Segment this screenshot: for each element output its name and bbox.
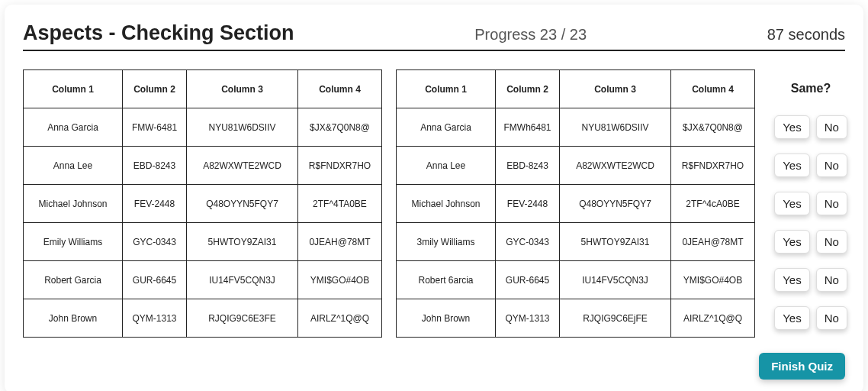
table-cell: Q48OYYN5FQY7 xyxy=(560,185,671,223)
table-cell: R$FNDXR7HO xyxy=(298,147,382,185)
finish-quiz-button[interactable]: Finish Quiz xyxy=(759,353,845,380)
table-row: Anna GarciaFMWh6481NYU81W6DSIIV$JX&7Q0N8… xyxy=(397,108,755,147)
table-cell: Robert Garcia xyxy=(24,261,123,299)
timer-text: 87 seconds xyxy=(767,26,845,44)
left-table: Column 1 Column 2 Column 3 Column 4 Anna… xyxy=(23,69,382,338)
column-header: Column 2 xyxy=(496,70,560,108)
table-cell: Anna Lee xyxy=(397,147,496,185)
yes-button[interactable]: Yes xyxy=(774,115,809,139)
answer-row: YesNo xyxy=(774,260,847,299)
column-header: Column 4 xyxy=(671,70,755,108)
table-cell: FMW-6481 xyxy=(123,108,187,147)
answer-row: YesNo xyxy=(774,184,847,222)
table-header-row: Column 1 Column 2 Column 3 Column 4 xyxy=(24,70,382,108)
answers-column: Same? YesNoYesNoYesNoYesNoYesNoYesNo xyxy=(769,69,853,337)
table-cell: R$FNDXR7HO xyxy=(671,147,755,185)
no-button[interactable]: No xyxy=(816,115,847,139)
table-cell: 3mily Williams xyxy=(397,223,496,261)
table-cell: A82WXWTE2WCD xyxy=(187,147,298,185)
column-header: Column 4 xyxy=(298,70,382,108)
table-cell: NYU81W6DSIIV xyxy=(560,108,671,147)
table-header-row: Column 1 Column 2 Column 3 Column 4 xyxy=(397,70,755,108)
table-cell: YMI$GO#4OB xyxy=(671,261,755,299)
table-cell: John Brown xyxy=(24,299,123,338)
yes-button[interactable]: Yes xyxy=(774,230,809,254)
table-cell: QYM-1313 xyxy=(123,299,187,338)
progress-text: Progress 23 / 23 xyxy=(294,26,767,44)
column-header: Column 2 xyxy=(123,70,187,108)
table-cell: RJQIG9C6EjFE xyxy=(560,299,671,338)
yes-button[interactable]: Yes xyxy=(774,153,809,177)
column-header: Column 1 xyxy=(397,70,496,108)
table-cell: FMWh6481 xyxy=(496,108,560,147)
left-table-head: Column 1 Column 2 Column 3 Column 4 xyxy=(24,70,382,108)
table-cell: John Brown xyxy=(397,299,496,338)
table-cell: GUR-6645 xyxy=(123,261,187,299)
table-row: Anna GarciaFMW-6481NYU81W6DSIIV$JX&7Q0N8… xyxy=(24,108,382,147)
table-cell: $JX&7Q0N8@ xyxy=(298,108,382,147)
table-cell: GYC-0343 xyxy=(123,223,187,261)
quiz-card: Aspects - Checking Section Progress 23 /… xyxy=(5,5,863,391)
header-bar: Aspects - Checking Section Progress 23 /… xyxy=(23,21,845,51)
table-cell: RJQIG9C6E3FE xyxy=(187,299,298,338)
table-cell: Michael Johnson xyxy=(397,185,496,223)
right-table: Column 1 Column 2 Column 3 Column 4 Anna… xyxy=(396,69,755,338)
table-cell: Michael Johnson xyxy=(24,185,123,223)
table-cell: FEV-2448 xyxy=(123,185,187,223)
table-cell: 2TF^4cA0BE xyxy=(671,185,755,223)
table-cell: $JX&7Q0N8@ xyxy=(671,108,755,147)
table-row: Robert GarciaGUR-6645IU14FV5CQN3JYMI$GO#… xyxy=(24,261,382,299)
table-cell: Q48OYYN5FQY7 xyxy=(187,185,298,223)
table-cell: AIRLZ^1Q@Q xyxy=(298,299,382,338)
table-cell: 2TF^4TA0BE xyxy=(298,185,382,223)
yes-button[interactable]: Yes xyxy=(774,192,809,215)
no-button[interactable]: No xyxy=(816,306,847,330)
yes-button[interactable]: Yes xyxy=(774,268,809,292)
table-cell: AIRLZ^1Q@Q xyxy=(671,299,755,338)
table-cell: Emily Williams xyxy=(24,223,123,261)
table-row: Michael JohnsonFEV-2448Q48OYYN5FQY72TF^4… xyxy=(397,185,755,223)
no-button[interactable]: No xyxy=(816,192,847,215)
table-cell: Anna Garcia xyxy=(397,108,496,147)
table-row: 3mily WilliamsGYC-03435HWTOY9ZAI310JEAH@… xyxy=(397,223,755,261)
table-cell: EBD-8z43 xyxy=(496,147,560,185)
answer-row: YesNo xyxy=(774,222,847,260)
table-row: Anna LeeEBD-8z43A82WXWTE2WCDR$FNDXR7HO xyxy=(397,147,755,185)
table-cell: Robert 6arcia xyxy=(397,261,496,299)
table-cell: A82WXWTE2WCD xyxy=(560,147,671,185)
no-button[interactable]: No xyxy=(816,268,847,292)
table-cell: EBD-8243 xyxy=(123,147,187,185)
no-button[interactable]: No xyxy=(816,153,847,177)
table-cell: Anna Garcia xyxy=(24,108,123,147)
yes-button[interactable]: Yes xyxy=(774,306,809,330)
answer-row: YesNo xyxy=(774,299,847,337)
table-row: Emily WilliamsGYC-03435HWTOY9ZAI310JEAH@… xyxy=(24,223,382,261)
table-cell: IU14FV5CQN3J xyxy=(187,261,298,299)
left-table-body: Anna GarciaFMW-6481NYU81W6DSIIV$JX&7Q0N8… xyxy=(24,108,382,338)
column-header: Column 1 xyxy=(24,70,123,108)
table-cell: 0JEAH@78MT xyxy=(671,223,755,261)
footer: Finish Quiz xyxy=(23,353,845,380)
table-cell: 5HWTOY9ZAI31 xyxy=(187,223,298,261)
table-cell: GUR-6645 xyxy=(496,261,560,299)
comparison-area: Column 1 Column 2 Column 3 Column 4 Anna… xyxy=(23,69,845,338)
table-row: John BrownQYM-1313RJQIG9C6E3FEAIRLZ^1Q@Q xyxy=(24,299,382,338)
column-header: Column 3 xyxy=(187,70,298,108)
table-cell: Anna Lee xyxy=(24,147,123,185)
table-row: Anna LeeEBD-8243A82WXWTE2WCDR$FNDXR7HO xyxy=(24,147,382,185)
table-cell: YMI$GO#4OB xyxy=(298,261,382,299)
table-cell: 0JEAH@78MT xyxy=(298,223,382,261)
page-title: Aspects - Checking Section xyxy=(23,21,294,45)
table-cell: 5HWTOY9ZAI31 xyxy=(560,223,671,261)
answer-row: YesNo xyxy=(774,108,847,146)
answer-row: YesNo xyxy=(774,146,847,184)
table-row: Robert 6arciaGUR-6645IU14FV5CQN3JYMI$GO#… xyxy=(397,261,755,299)
no-button[interactable]: No xyxy=(816,230,847,254)
table-cell: FEV-2448 xyxy=(496,185,560,223)
table-row: Michael JohnsonFEV-2448Q48OYYN5FQY72TF^4… xyxy=(24,185,382,223)
table-row: John BrownQYM-1313RJQIG9C6EjFEAIRLZ^1Q@Q xyxy=(397,299,755,338)
answers-title: Same? xyxy=(791,69,831,108)
table-cell: NYU81W6DSIIV xyxy=(187,108,298,147)
table-cell: QYM-1313 xyxy=(496,299,560,338)
right-table-body: Anna GarciaFMWh6481NYU81W6DSIIV$JX&7Q0N8… xyxy=(397,108,755,338)
